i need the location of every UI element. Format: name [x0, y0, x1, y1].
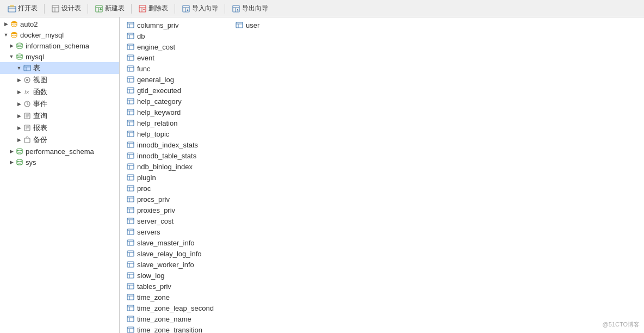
table-item-empty — [233, 281, 342, 292]
query-group-icon — [23, 112, 32, 120]
view-group-icon — [23, 76, 32, 84]
import-button[interactable]: 导入向导 — [178, 3, 221, 14]
delete-label: 删除表 — [148, 4, 168, 13]
table-item[interactable]: engine_cost — [124, 41, 233, 52]
sidebar-item-auto2[interactable]: ▶ auto2 — [0, 18, 119, 29]
sidebar-item-functions[interactable]: ▶ fx 函数 — [0, 86, 119, 98]
svg-rect-109 — [127, 251, 134, 256]
table-name: proc — [137, 184, 151, 193]
open-icon — [8, 4, 16, 13]
sidebar-item-views[interactable]: ▶ 视图 — [0, 74, 119, 86]
table-item[interactable]: ndb_binlog_index — [124, 161, 233, 172]
table-item[interactable]: time_zone_leap_second — [124, 303, 233, 313]
table-item[interactable]: slave_relay_log_info — [124, 248, 233, 259]
sidebar-item-tables[interactable]: ▼ 表 — [0, 62, 119, 74]
table-item[interactable]: slave_master_info — [124, 237, 233, 248]
sidebar-item-performance-schema[interactable]: ▶ performance_schema — [0, 146, 119, 157]
table-name: help_keyword — [137, 108, 181, 116]
table-item-empty — [233, 128, 342, 139]
label-queries: 查询 — [33, 111, 117, 121]
table-item[interactable]: slow_log — [124, 270, 233, 281]
table-item[interactable]: proc — [124, 183, 233, 194]
table-name: time_zone_transition — [137, 326, 202, 334]
table-item[interactable]: columns_priv — [124, 20, 233, 30]
new-table-icon — [95, 4, 103, 13]
table-item[interactable]: help_category — [124, 96, 233, 107]
table-name: help_category — [137, 97, 182, 106]
table-item[interactable]: db — [124, 30, 233, 41]
table-item[interactable]: time_zone_name — [124, 313, 233, 324]
svg-point-42 — [17, 159, 22, 162]
table-name: db — [137, 32, 145, 40]
svg-rect-121 — [127, 294, 134, 300]
table-item[interactable]: time_zone — [124, 292, 233, 303]
sidebar-item-information-schema[interactable]: ▶ information_schema — [0, 40, 119, 51]
table-item[interactable]: help_topic — [124, 128, 233, 139]
table-item[interactable]: server_cost — [124, 215, 233, 226]
backup-group-icon — [23, 135, 32, 144]
table-item-empty — [233, 85, 342, 96]
table-item[interactable]: plugin — [124, 172, 233, 183]
toolbar: 打开表 设计表 新建表 — [0, 0, 644, 17]
table-name: slave_relay_log_info — [137, 250, 202, 258]
table-name: gtid_executed — [137, 87, 181, 95]
delete-table-button[interactable]: 删除表 — [135, 3, 171, 14]
svg-rect-97 — [127, 207, 134, 213]
table-icon — [126, 271, 135, 280]
table-item[interactable]: user — [233, 20, 342, 30]
svg-rect-130 — [127, 327, 134, 332]
svg-rect-9 — [139, 5, 146, 12]
delete-icon — [138, 4, 147, 13]
table-item[interactable]: tables_priv — [124, 281, 233, 292]
design-table-button[interactable]: 设计表 — [48, 3, 84, 14]
sidebar-item-events[interactable]: ▶ 事件 — [0, 98, 119, 110]
table-item[interactable]: slave_worker_info — [124, 259, 233, 270]
svg-point-41 — [17, 149, 22, 151]
table-item[interactable]: help_relation — [124, 118, 233, 128]
table-item-empty — [233, 30, 342, 41]
svg-rect-103 — [127, 229, 134, 235]
sidebar-item-docker-mysql[interactable]: ▼ docker_mysql — [0, 29, 119, 40]
table-item[interactable]: time_zone_transition — [124, 324, 233, 333]
new-table-button[interactable]: 新建表 — [91, 3, 128, 14]
table-item-empty — [233, 226, 342, 237]
label-tables: 表 — [33, 63, 117, 73]
sidebar-item-queries[interactable]: ▶ 查询 — [0, 110, 119, 122]
table-item[interactable]: servers — [124, 226, 233, 237]
svg-rect-52 — [127, 44, 134, 50]
table-item[interactable]: general_log — [124, 74, 233, 85]
sidebar-item-backup[interactable]: ▶ 备份 — [0, 134, 119, 146]
table-item[interactable]: event — [124, 52, 233, 63]
svg-rect-70 — [127, 109, 134, 115]
table-item[interactable]: help_keyword — [124, 107, 233, 118]
sidebar-item-mysql[interactable]: ▼ mysql — [0, 51, 119, 62]
table-icon — [126, 293, 135, 301]
table-item[interactable]: gtid_executed — [124, 85, 233, 96]
table-item[interactable]: proxies_priv — [124, 205, 233, 215]
svg-rect-127 — [127, 316, 134, 322]
new-table-label: 新建表 — [105, 4, 125, 13]
open-label: 打开表 — [18, 4, 38, 13]
table-item[interactable]: innodb_table_stats — [124, 150, 233, 161]
sep2 — [88, 4, 88, 14]
sidebar-item-sys[interactable]: ▶ sys — [0, 157, 119, 168]
sidebar-item-reports[interactable]: ▶ 报表 — [0, 122, 119, 134]
svg-rect-43 — [127, 22, 134, 28]
svg-rect-88 — [127, 175, 134, 180]
svg-rect-82 — [127, 153, 134, 158]
table-item[interactable]: innodb_index_stats — [124, 139, 233, 150]
table-icon — [126, 162, 135, 171]
arrow-queries: ▶ — [15, 112, 23, 120]
svg-rect-118 — [127, 283, 134, 289]
arrow-reports: ▶ — [15, 124, 23, 132]
table-item[interactable]: func — [124, 63, 233, 74]
table-name: server_cost — [137, 217, 174, 225]
table-item[interactable]: procs_priv — [124, 194, 233, 205]
db-icon-docker-mysql — [10, 30, 18, 39]
svg-rect-13 — [183, 5, 189, 12]
export-button[interactable]: 导出向导 — [228, 3, 271, 14]
table-icon — [126, 227, 135, 236]
report-group-icon — [23, 124, 32, 132]
arrow-docker-mysql: ▼ — [2, 31, 10, 39]
open-table-button[interactable]: 打开表 — [4, 3, 41, 14]
